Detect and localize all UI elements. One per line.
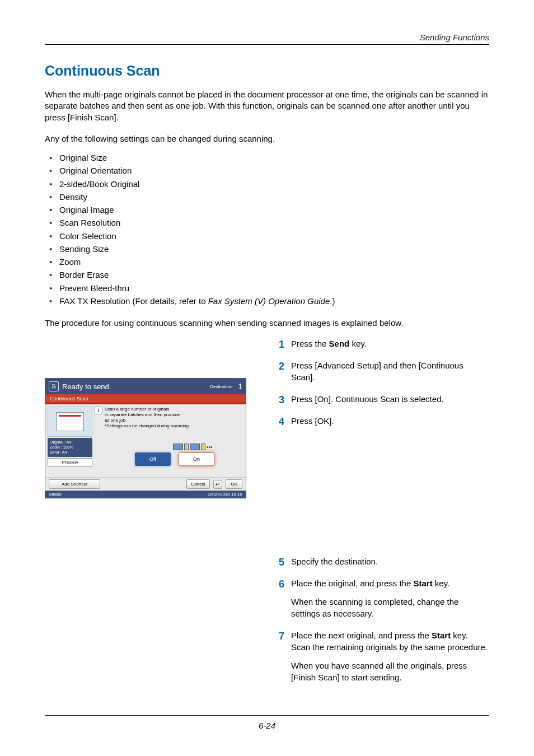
step-number: 7: [271, 629, 284, 643]
list-item: Scan Resolution: [45, 216, 489, 229]
step-number: 2: [271, 360, 284, 374]
list-item: Color Selection: [45, 230, 489, 242]
panel-action-bar: Add Shortcut Cancel ↵ OK: [45, 477, 246, 491]
step-6-sub: When the scanning is completed, change t…: [291, 596, 489, 619]
info-icon: i: [95, 407, 102, 414]
list-item: Original Size: [45, 151, 489, 164]
settings-intro: Any of the following settings can be cha…: [45, 133, 489, 144]
screenshot-column: ⎘ Ready to send. Destination 1 Continuou…: [45, 338, 257, 693]
step-number: 4: [271, 415, 284, 429]
intro-paragraph: When the multi-page originals cannot be …: [45, 89, 489, 123]
list-item: Border Erase: [45, 268, 489, 281]
send-icon: ⎘: [49, 381, 59, 391]
separator-icon: [201, 444, 205, 450]
back-button[interactable]: ↵: [213, 480, 222, 489]
list-item: 2-sided/Book Original: [45, 178, 489, 190]
preview-button[interactable]: Preview: [48, 458, 92, 466]
list-item: Original Image: [45, 203, 489, 216]
preview-thumbnail: [48, 407, 92, 437]
status-datetime: 10/10/2010 10:10: [208, 492, 242, 497]
step-4: 4 Press [OK].: [271, 415, 489, 427]
mode-icons: •••: [173, 444, 213, 450]
list-item: Zoom: [45, 255, 489, 268]
side-info-block: Original : A4 Zoom : 100% Send : A4: [48, 438, 92, 456]
document-icon: [56, 412, 84, 431]
settings-list: Original Size Original Orientation 2-sid…: [45, 151, 489, 307]
on-button[interactable]: On: [179, 452, 214, 466]
step-1: 1 Press the Send key.: [271, 338, 489, 349]
panel-status-bar: Status 10/10/2010 10:10: [45, 491, 246, 498]
touch-panel-screenshot: ⎘ Ready to send. Destination 1 Continuou…: [45, 378, 246, 498]
header-rule: [45, 44, 489, 45]
add-shortcut-button[interactable]: Add Shortcut: [49, 479, 100, 489]
fax-prefix: FAX TX Resolution (For details, refer to: [59, 296, 208, 306]
fax-suffix: .): [330, 296, 335, 306]
step-number: 5: [271, 556, 284, 570]
fax-guide-title: Fax System (V) Operation Guide: [208, 296, 330, 306]
off-button[interactable]: Off: [135, 452, 171, 466]
panel-header: ⎘ Ready to send. Destination 1: [45, 379, 246, 394]
panel-main: i Scan a large number of originals in se…: [95, 407, 243, 475]
step-number: 3: [271, 393, 284, 407]
page-icon: [173, 444, 183, 450]
destination-label: Destination: [210, 384, 232, 389]
step-5: 5 Specify the destination.: [271, 556, 489, 567]
step-3: 3 Press [On]. Continuous Scan is selecte…: [271, 393, 489, 405]
separator-icon: [184, 444, 189, 450]
steps-column: 1 Press the Send key. 2 Press [Advanced …: [271, 338, 489, 693]
step-number: 6: [271, 577, 284, 591]
list-item: Density: [45, 190, 489, 203]
panel-sidebar: Original : A4 Zoom : 100% Send : A4 Prev…: [48, 407, 92, 475]
step-6: 6 Place the original, and press the Star…: [271, 577, 489, 619]
list-item: Sending Size: [45, 242, 489, 255]
ok-button[interactable]: OK: [226, 479, 242, 489]
running-header: Sending Functions: [45, 32, 489, 42]
list-item: Original Orientation: [45, 164, 489, 177]
step-7-sub: When you have scanned all the originals,…: [291, 660, 489, 683]
procedure-intro: The procedure for using continuous scann…: [45, 318, 489, 329]
page-icon: [190, 444, 200, 450]
procedure-steps: 1 Press the Send key. 2 Press [Advanced …: [271, 338, 489, 683]
cancel-button[interactable]: Cancel: [186, 479, 210, 489]
step-7: 7 Place the next original, and press the…: [271, 629, 489, 683]
panel-title: Ready to send.: [62, 382, 207, 391]
status-label[interactable]: Status: [49, 492, 62, 497]
panel-tab-continuous-scan[interactable]: Continuous Scan: [45, 394, 246, 404]
panel-body: Original : A4 Zoom : 100% Send : A4 Prev…: [45, 404, 246, 477]
page-title: Continuous Scan: [45, 63, 489, 79]
list-item: FAX TX Resolution (For details, refer to…: [45, 295, 489, 307]
step-2: 2 Press [Advanced Setup] and then [Conti…: [271, 360, 489, 383]
page-number: 6-24: [0, 721, 534, 730]
ellipsis-icon: •••: [207, 444, 213, 450]
destination-count: 1: [238, 382, 242, 391]
info-text: Scan a large number of originals in sepa…: [105, 407, 190, 429]
list-item: Prevent Bleed-thru: [45, 282, 489, 295]
step-number: 1: [271, 338, 284, 352]
footer-rule: [45, 715, 489, 716]
